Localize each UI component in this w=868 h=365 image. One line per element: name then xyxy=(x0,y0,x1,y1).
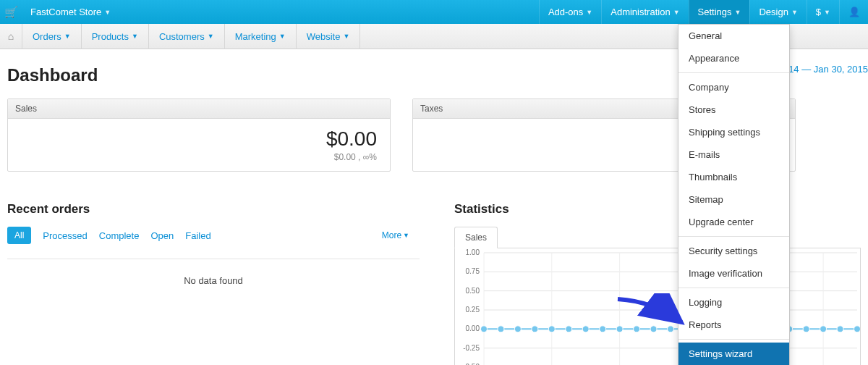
nav-website[interactable]: Website▼ xyxy=(297,24,361,49)
topnav-settings[interactable]: Settings▼ xyxy=(689,0,750,24)
data-point xyxy=(532,326,538,332)
recent-orders-panel: Recent orders AllProcessedCompleteOpenFa… xyxy=(7,202,420,365)
settings-item-upgrade-center[interactable]: Upgrade center xyxy=(678,211,789,233)
card-sub: $0.00 , ∞% xyxy=(21,152,377,162)
caret-down-icon: ▼ xyxy=(132,33,138,40)
filter-open[interactable]: Open xyxy=(150,230,174,241)
order-filters: AllProcessedCompleteOpenFailedMore▼ xyxy=(7,227,420,244)
settings-item-settings-wizard[interactable]: Settings wizard xyxy=(678,343,789,365)
statistics-chart: 1.000.750.500.250.00-0.25-0.50 xyxy=(454,248,861,365)
data-point xyxy=(820,326,827,332)
ytick-label: 0.50 xyxy=(466,287,480,295)
empty-state: No data found xyxy=(7,259,420,286)
data-point xyxy=(498,326,504,332)
caret-down-icon: ▼ xyxy=(208,33,214,40)
cart-icon[interactable]: 🛒 xyxy=(0,6,22,19)
caret-down-icon: ▼ xyxy=(735,9,741,16)
data-point xyxy=(803,326,809,332)
nav-label: Marketing xyxy=(235,31,276,42)
store-switcher[interactable]: FastComet Store ▼ xyxy=(22,0,119,24)
card-sales: Sales $0.00 $0.00 , ∞% xyxy=(7,98,391,172)
topnav-label: Design xyxy=(759,7,788,17)
menu-separator xyxy=(678,236,789,237)
data-point xyxy=(514,326,521,332)
caret-down-icon: ▼ xyxy=(343,33,349,40)
settings-item-stores[interactable]: Stores xyxy=(678,98,789,121)
ytick-label: -0.25 xyxy=(463,344,480,352)
topnav-design[interactable]: Design▼ xyxy=(749,0,806,24)
topnav-label: Settings xyxy=(698,7,732,17)
home-icon[interactable]: ⌂ xyxy=(0,30,22,42)
user-icon: 👤 xyxy=(848,7,860,17)
data-point xyxy=(548,326,555,332)
data-point xyxy=(566,326,572,332)
statistics-heading: Statistics xyxy=(454,202,861,217)
filter-all[interactable]: All xyxy=(7,227,31,244)
data-point xyxy=(600,326,606,332)
nav-customers[interactable]: Customers▼ xyxy=(149,24,225,49)
recent-orders-heading: Recent orders xyxy=(7,202,420,217)
nav-label: Customers xyxy=(159,31,205,42)
nav-label: Products xyxy=(92,31,129,42)
topnav-administration[interactable]: Administration▼ xyxy=(601,0,688,24)
nav-label: Website xyxy=(307,31,341,42)
top-bar: 🛒 FastComet Store ▼ Add-ons▼Administrati… xyxy=(0,0,868,24)
caret-down-icon: ▼ xyxy=(673,9,680,16)
data-point xyxy=(481,326,488,332)
nav-label: Orders xyxy=(33,31,61,42)
data-point xyxy=(668,326,674,332)
caret-down-icon: ▼ xyxy=(586,9,592,16)
caret-down-icon: ▼ xyxy=(791,9,798,16)
statistics-panel: Statistics Sales 1.000.750.500.250.00-0.… xyxy=(420,202,861,365)
settings-item-shipping-settings[interactable]: Shipping settings xyxy=(678,121,789,143)
topnav-[interactable]: $▼ xyxy=(807,0,839,24)
data-point xyxy=(616,326,623,332)
menu-separator xyxy=(678,288,789,288)
ytick-label: 0.25 xyxy=(466,306,480,314)
ytick-label: 0.75 xyxy=(466,267,480,275)
caret-down-icon: ▼ xyxy=(104,9,111,16)
date-range[interactable]: 14 — Jan 30, 2015 xyxy=(788,64,868,75)
settings-item-reports[interactable]: Reports xyxy=(678,314,789,336)
store-name: FastComet Store xyxy=(30,7,101,17)
caret-down-icon: ▼ xyxy=(403,232,409,239)
more-label: More xyxy=(382,230,401,240)
settings-item-sitemap[interactable]: Sitemap xyxy=(678,188,789,211)
settings-item-security-settings[interactable]: Security settings xyxy=(678,240,789,262)
topnav-label: $ xyxy=(816,7,821,17)
card-header: Sales xyxy=(8,99,390,119)
topnav-addons[interactable]: Add-ons▼ xyxy=(539,0,601,24)
caret-down-icon: ▼ xyxy=(64,33,71,40)
settings-item-thumbnails[interactable]: Thumbnails xyxy=(678,166,789,188)
ytick-label: 0.00 xyxy=(466,324,480,332)
more-link[interactable]: More▼ xyxy=(382,230,420,240)
settings-item-image-verification[interactable]: Image verification xyxy=(678,262,789,285)
data-point xyxy=(634,326,640,332)
caret-down-icon: ▼ xyxy=(824,9,830,16)
nav-products[interactable]: Products▼ xyxy=(82,24,149,49)
settings-item-company[interactable]: Company xyxy=(678,76,789,98)
topnav-label: Add-ons xyxy=(548,7,583,17)
settings-item-logging[interactable]: Logging xyxy=(678,291,789,314)
menu-separator xyxy=(678,72,789,73)
data-point xyxy=(582,326,589,332)
settings-item-general[interactable]: General xyxy=(678,25,789,47)
settings-dropdown: GeneralAppearanceCompanyStoresShipping s… xyxy=(678,24,790,365)
caret-down-icon: ▼ xyxy=(279,33,286,40)
filter-processed[interactable]: Processed xyxy=(43,230,87,241)
ytick-label: 1.00 xyxy=(466,248,480,256)
card-value: $0.00 xyxy=(21,127,377,151)
filter-failed[interactable]: Failed xyxy=(185,230,210,241)
topnav-label: Administration xyxy=(610,7,670,17)
filter-complete[interactable]: Complete xyxy=(99,230,140,241)
settings-item-e-mails[interactable]: E-mails xyxy=(678,143,789,166)
nav-marketing[interactable]: Marketing▼ xyxy=(225,24,297,49)
user-menu[interactable]: 👤 xyxy=(839,0,868,24)
menu-separator xyxy=(678,339,789,340)
data-point xyxy=(837,326,843,332)
nav-orders[interactable]: Orders▼ xyxy=(22,24,82,49)
tab-sales[interactable]: Sales xyxy=(454,227,498,248)
data-point xyxy=(650,326,657,332)
settings-item-appearance[interactable]: Appearance xyxy=(678,47,789,70)
data-point xyxy=(854,326,861,332)
